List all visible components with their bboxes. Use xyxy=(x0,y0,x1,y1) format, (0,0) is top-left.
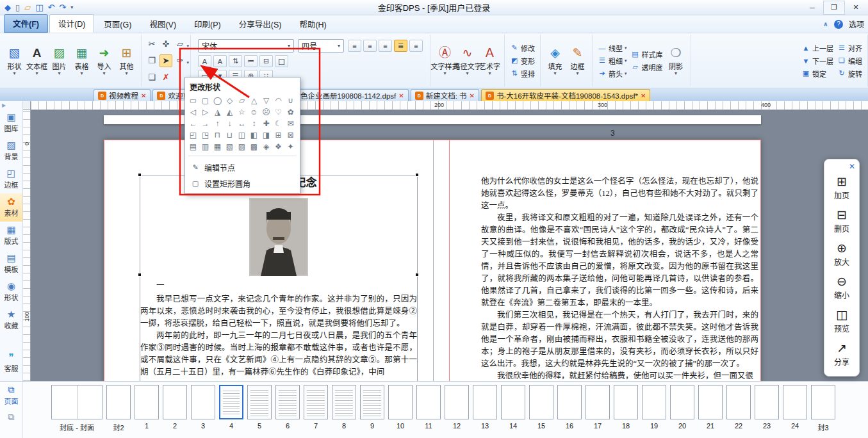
thumbnail-page[interactable] xyxy=(473,385,497,419)
thumbnail-page[interactable] xyxy=(388,385,413,419)
sidebar-item[interactable]: ✿ 素材 xyxy=(0,193,22,222)
minimize-button[interactable]: ─ xyxy=(801,1,823,15)
align-button[interactable]: ≡ xyxy=(379,40,392,52)
fill-tool-button[interactable]: ◈ 填充 ▾ xyxy=(544,46,566,76)
style-button[interactable]: ▤ 样式库 xyxy=(631,49,663,60)
align-button[interactable]: ≡ xyxy=(363,40,377,52)
clipboard-button[interactable]: ✜ ▾ xyxy=(160,38,172,51)
menu-tab[interactable]: 设计(D) xyxy=(49,14,94,33)
thumbnail-page[interactable] xyxy=(614,385,638,419)
shape-option[interactable]: ◮ xyxy=(212,107,224,118)
format-button[interactable]: 囗 xyxy=(275,55,288,67)
page-thumbnail[interactable]: 8 xyxy=(332,385,356,430)
page-tool-button[interactable]: ↗ 分享 xyxy=(834,337,849,371)
shape-menu-item[interactable]: ✎ 编辑节点 xyxy=(187,159,298,175)
sidebar-item[interactable]: ◉ 形状 xyxy=(0,278,22,306)
page-thumbnail[interactable]: 1 xyxy=(135,385,159,430)
insert-tool-button[interactable]: ▨ 图片 ▾ xyxy=(48,46,70,76)
options-button[interactable]: 选项 xyxy=(849,19,864,29)
shape-option[interactable]: ✚ xyxy=(261,118,272,129)
shape-option[interactable]: ◁ xyxy=(188,107,199,118)
shape-option[interactable]: ☆ xyxy=(236,107,248,118)
thumbnail-page[interactable] xyxy=(51,385,102,419)
thumbnail-page[interactable] xyxy=(557,385,582,419)
shape-option[interactable]: ◭ xyxy=(224,107,236,118)
insert-tool-button[interactable]: ⊞ 其他 ▾ xyxy=(115,46,138,76)
page-thumbnail[interactable]: 封底 - 封面 xyxy=(51,385,102,432)
font-family-select[interactable]: 宋体 ▾ xyxy=(198,39,294,53)
shape-option[interactable]: △ xyxy=(249,95,260,106)
format-button[interactable]: ⊟ xyxy=(259,55,273,67)
format-button[interactable]: ⇅ xyxy=(229,55,242,67)
sidebar-item[interactable]: ▤ 模板 xyxy=(0,250,22,278)
arrange-button[interactable]: ↻ 旋转 xyxy=(837,68,862,79)
thumbnail-page[interactable] xyxy=(642,385,666,419)
menu-tab[interactable]: 文件(F) xyxy=(4,14,48,33)
page-thumbnail[interactable]: 10 xyxy=(388,385,413,430)
clipboard-button[interactable]: ✑ ▾ xyxy=(174,54,186,67)
page-thumbnail[interactable]: 23 xyxy=(755,385,779,430)
sidebar-item[interactable]: ★ 收藏 xyxy=(0,306,22,334)
right-page-text-frame[interactable]: 他为什么代你收信的女士是这么一个怪名字（怎么怪法，现在也忘却了），他说她就喜欢起… xyxy=(481,175,758,381)
align-button[interactable]: ≡ xyxy=(348,40,361,52)
page-thumbnail[interactable]: 4 xyxy=(219,385,243,430)
shape-option[interactable]: ▢ xyxy=(200,95,211,106)
chevron-down-icon[interactable]: ▾ xyxy=(35,72,38,76)
insert-tool-button[interactable]: ➜ 导入 ▾ xyxy=(93,46,115,76)
page-thumbnail[interactable]: 12 xyxy=(445,385,469,430)
arrange-button[interactable]: ❏ 编组 xyxy=(837,55,862,67)
close-panel-icon[interactable]: ✕ xyxy=(849,162,855,171)
format-button[interactable]: ≔ xyxy=(244,55,258,67)
sidebar-collapse-icon[interactable]: ▶ xyxy=(0,102,6,109)
page-thumbnail[interactable]: 17 xyxy=(585,385,610,430)
shape-option[interactable]: ↑ xyxy=(212,118,224,129)
selection-handle[interactable] xyxy=(138,273,142,277)
selection-handle[interactable] xyxy=(415,273,419,277)
close-tab-icon[interactable]: ✕ xyxy=(141,92,146,99)
close-button[interactable]: ✕ xyxy=(845,1,867,15)
shape-option[interactable]: ☺ xyxy=(249,107,260,118)
thumbnail-page[interactable] xyxy=(275,385,300,419)
shape-option[interactable]: ▭ xyxy=(188,95,199,106)
thumbnail-page[interactable] xyxy=(416,385,441,419)
page-thumbnail[interactable]: 20 xyxy=(670,385,694,430)
page-thumbnail[interactable]: 22 xyxy=(726,385,751,430)
restore-button[interactable]: ❐ xyxy=(823,1,845,15)
document-tab[interactable]: D 书-大16开软皮平装-文档190808-1543.dpsf* ✕ xyxy=(481,89,651,101)
page-tool-button[interactable]: ⊖ 缩小 xyxy=(834,271,849,304)
menu-tab[interactable]: 帮助(H) xyxy=(291,15,334,33)
shape-option[interactable]: ◠ xyxy=(273,95,284,106)
thumbnail-page[interactable] xyxy=(529,385,553,419)
thumbnail-page[interactable] xyxy=(106,385,131,419)
page-thumbnail[interactable]: 21 xyxy=(698,385,723,430)
shape-option[interactable]: ▷ xyxy=(200,107,211,118)
shape-option[interactable]: ⊔ xyxy=(224,130,236,141)
shape-option[interactable]: ☹ xyxy=(261,107,272,118)
thumbnail-page[interactable] xyxy=(726,385,751,419)
shape-option[interactable]: ✦ xyxy=(285,142,297,152)
chevron-down-icon[interactable]: ▾ xyxy=(443,72,446,76)
insert-tool-button[interactable]: ▦ 表格 ▾ xyxy=(70,46,93,76)
page-thumbnail[interactable]: 11 xyxy=(416,385,441,430)
clipboard-button[interactable]: ✂ ▾ xyxy=(145,38,158,51)
clipboard-button[interactable]: ✗ ▾ xyxy=(160,71,172,84)
chevron-down-icon[interactable]: ▾ xyxy=(576,72,578,76)
page-thumbnail[interactable]: 3 xyxy=(191,385,215,430)
thumbnail-page[interactable] xyxy=(501,385,525,419)
sidebar-item[interactable]: ▣ 图库 xyxy=(0,109,22,137)
format-button[interactable]: A xyxy=(198,55,211,67)
shape-option[interactable]: ▤ xyxy=(188,142,199,152)
shape-option[interactable]: ✿ xyxy=(285,107,297,118)
chevron-down-icon[interactable]: ▾ xyxy=(553,72,556,76)
shape-option[interactable]: ▩ xyxy=(249,142,260,152)
shape-option[interactable]: ∪ xyxy=(285,95,297,106)
shape-option[interactable]: ⊓ xyxy=(212,130,224,141)
shape-option[interactable]: ⊞ xyxy=(273,130,284,141)
page-thumbnail[interactable]: 5 xyxy=(247,385,272,430)
clipboard-button[interactable]: ❏ ▾ xyxy=(145,71,158,84)
insert-tool-button[interactable]: ▧ 形状 ▾ xyxy=(3,46,26,76)
thumbnail-page[interactable] xyxy=(755,385,779,419)
shape-option[interactable]: ↕ xyxy=(249,118,260,129)
page-tool-button[interactable]: ⊕ 放大 xyxy=(834,238,849,271)
shape-option[interactable]: ▽ xyxy=(261,95,272,106)
